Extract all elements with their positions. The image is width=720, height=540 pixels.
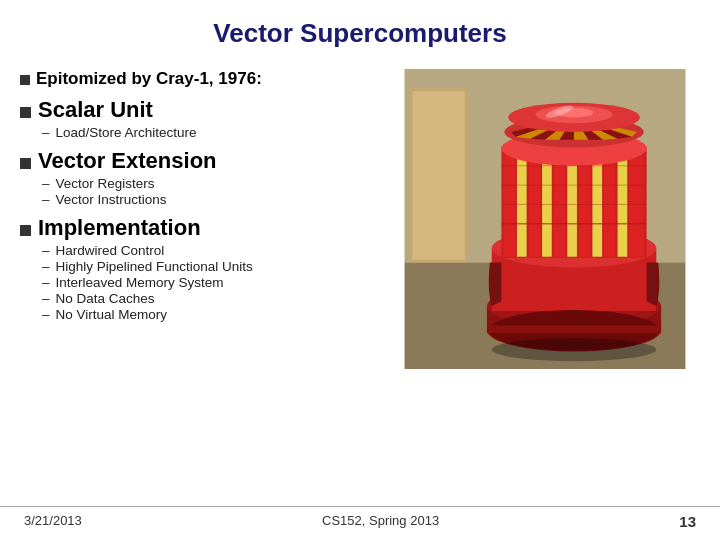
- vector-sub-2-text: Vector Instructions: [56, 192, 167, 207]
- bullet-epitomized: Epitomized by Cray-1, 1976:: [20, 69, 380, 89]
- footer-page: 13: [679, 513, 696, 530]
- vector-sub-1-text: Vector Registers: [56, 176, 155, 191]
- impl-sub-4: No Data Caches: [20, 291, 380, 306]
- implementation-header: Implementation: [20, 215, 380, 241]
- svg-rect-14: [529, 148, 541, 256]
- right-panel: [380, 59, 700, 509]
- left-panel: Epitomized by Cray-1, 1976: Scalar Unit …: [20, 59, 380, 509]
- svg-rect-29: [489, 325, 659, 333]
- vector-extension-header: Vector Extension: [20, 148, 380, 174]
- vector-sub-2: Vector Instructions: [20, 192, 380, 207]
- square-icon-1: [20, 75, 30, 85]
- scalar-sub-1: Load/Store Architecture: [20, 125, 380, 140]
- vector-sub-1: Vector Registers: [20, 176, 380, 191]
- title-area: Vector Supercomputers: [0, 0, 720, 59]
- svg-rect-12: [503, 148, 515, 256]
- scalar-sub-1-text: Load/Store Architecture: [56, 125, 197, 140]
- svg-rect-13: [517, 148, 527, 256]
- scalar-unit-header: Scalar Unit: [20, 97, 380, 123]
- svg-point-35: [492, 338, 657, 361]
- vector-extension-label: Vector Extension: [38, 148, 217, 174]
- impl-sub-3: Interleaved Memory System: [20, 275, 380, 290]
- footer: 3/21/2013 CS152, Spring 2013 13: [0, 506, 720, 530]
- slide: Vector Supercomputers Epitomized by Cray…: [0, 0, 720, 540]
- svg-rect-21: [618, 148, 628, 256]
- impl-sub-5: No Virtual Memory: [20, 307, 380, 322]
- svg-rect-5: [412, 91, 464, 259]
- impl-sub-5-text: No Virtual Memory: [56, 307, 168, 322]
- impl-sub-2: Highly Pipelined Functional Units: [20, 259, 380, 274]
- impl-sub-2-text: Highly Pipelined Functional Units: [56, 259, 253, 274]
- content-area: Epitomized by Cray-1, 1976: Scalar Unit …: [0, 59, 720, 509]
- cray-svg: [400, 69, 690, 369]
- square-icon-4: [20, 225, 31, 236]
- impl-sub-4-text: No Data Caches: [56, 291, 155, 306]
- scalar-unit-label: Scalar Unit: [38, 97, 153, 123]
- implementation-label: Implementation: [38, 215, 201, 241]
- square-icon-3: [20, 158, 31, 169]
- bullet-epitomized-text: Epitomized by Cray-1, 1976:: [36, 69, 262, 89]
- slide-title: Vector Supercomputers: [213, 18, 506, 48]
- square-icon-2: [20, 107, 31, 118]
- impl-sub-1-text: Hardwired Control: [56, 243, 165, 258]
- impl-sub-3-text: Interleaved Memory System: [56, 275, 224, 290]
- impl-sub-1: Hardwired Control: [20, 243, 380, 258]
- svg-rect-20: [604, 148, 616, 256]
- footer-date: 3/21/2013: [24, 513, 82, 530]
- footer-course: CS152, Spring 2013: [82, 513, 679, 530]
- cray-image: [400, 69, 690, 369]
- svg-rect-22: [629, 148, 644, 256]
